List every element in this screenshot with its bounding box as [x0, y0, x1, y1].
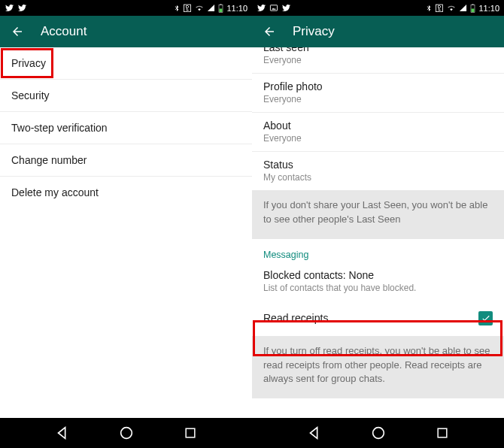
- image-icon: [269, 4, 278, 12]
- svg-rect-2: [220, 8, 223, 12]
- svg-rect-8: [186, 428, 195, 437]
- svg-rect-5: [472, 4, 474, 5]
- account-list: Privacy Security Two-step verification C…: [0, 47, 252, 418]
- privacy-screen: ⚿ 11:10 Privacy Last seen Everyone Profi…: [252, 0, 504, 418]
- nav-back-button[interactable]: [54, 425, 71, 441]
- key-icon: ⚿: [183, 3, 192, 14]
- wifi-icon: [447, 5, 456, 12]
- clock-text: 11:10: [478, 4, 499, 13]
- account-item-change-number[interactable]: Change number: [0, 144, 252, 177]
- account-item-delete[interactable]: Delete my account: [0, 177, 252, 208]
- back-button[interactable]: [11, 25, 24, 38]
- account-screen: ⚿ 11:10 Account Privacy Security Two-ste…: [0, 0, 252, 418]
- android-nav-bar: [0, 418, 504, 448]
- screen-title: Privacy: [293, 24, 335, 39]
- nav-home-button[interactable]: [118, 425, 135, 441]
- status-bar: ⚿ 11:10: [252, 0, 504, 16]
- svg-point-7: [121, 428, 132, 439]
- nav-back-button[interactable]: [306, 425, 323, 441]
- twitter-icon: [17, 4, 27, 12]
- nav-recent-button[interactable]: [435, 425, 450, 440]
- battery-icon: [470, 4, 475, 13]
- signal-icon: [207, 4, 215, 12]
- battery-icon: [218, 4, 223, 13]
- app-bar: Privacy: [252, 16, 504, 47]
- app-bar: Account: [0, 16, 252, 47]
- signal-icon: [459, 4, 467, 12]
- screen-title: Account: [41, 24, 87, 39]
- pref-status[interactable]: Status My contacts: [252, 152, 504, 190]
- read-receipts-info: If you turn off read receipts, you won't…: [252, 336, 504, 399]
- status-bar: ⚿ 11:10: [0, 0, 252, 16]
- svg-rect-10: [438, 428, 447, 437]
- nav-home-button[interactable]: [370, 425, 387, 441]
- bluetooth-icon: [426, 4, 432, 13]
- twitter-icon: [5, 4, 14, 12]
- pref-last-seen[interactable]: Last seen Everyone: [252, 47, 504, 74]
- privacy-list[interactable]: Last seen Everyone Profile photo Everyon…: [252, 47, 504, 418]
- bluetooth-icon: [174, 4, 180, 13]
- svg-rect-3: [270, 5, 277, 11]
- pref-read-receipts[interactable]: Read receipts: [252, 301, 504, 336]
- section-messaging: Messaging: [252, 239, 504, 265]
- pref-about[interactable]: About Everyone: [252, 113, 504, 152]
- nav-recent-button[interactable]: [183, 425, 198, 440]
- pref-profile-photo[interactable]: Profile photo Everyone: [252, 74, 504, 113]
- account-item-privacy[interactable]: Privacy: [0, 47, 252, 80]
- twitter-icon: [281, 4, 291, 12]
- svg-rect-6: [472, 8, 475, 12]
- svg-rect-1: [220, 4, 222, 5]
- twitter-icon: [257, 4, 266, 12]
- pref-blocked[interactable]: Blocked contacts: None List of contacts …: [252, 265, 504, 301]
- key-icon: ⚿: [435, 3, 444, 14]
- checkbox-checked-icon[interactable]: [478, 311, 493, 325]
- account-item-two-step[interactable]: Two-step verification: [0, 112, 252, 144]
- back-button[interactable]: [263, 25, 276, 38]
- account-item-security[interactable]: Security: [0, 80, 252, 112]
- wifi-icon: [195, 5, 204, 12]
- clock-text: 11:10: [226, 4, 247, 13]
- svg-point-9: [373, 428, 384, 439]
- last-seen-info: If you don't share your Last Seen, you w…: [252, 190, 504, 239]
